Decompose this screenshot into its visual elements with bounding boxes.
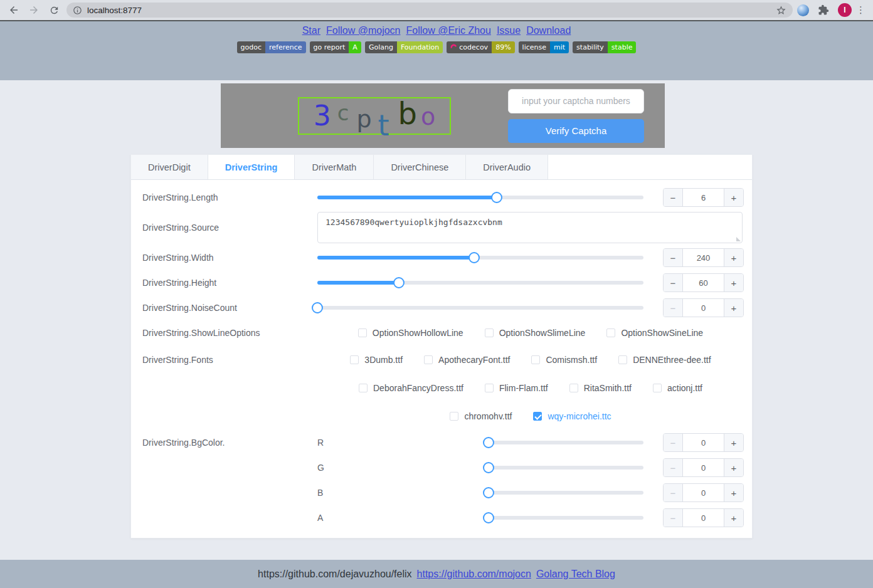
browser-menu-icon[interactable]: ⋮⋮ [856, 4, 862, 16]
captcha-answer-input[interactable]: input your captcha numbers [508, 89, 644, 113]
checkbox-box[interactable] [485, 328, 494, 337]
checkbox-box[interactable] [653, 384, 662, 392]
bgcolor-r-slider-thumb[interactable] [483, 437, 494, 448]
checkbox-option-show-slime-line[interactable]: OptionShowSlimeLine [485, 328, 586, 338]
length-increase-button[interactable]: + [724, 189, 743, 206]
checkbox-font-comismsh[interactable]: Comismsh.ttf [531, 355, 597, 365]
height-value[interactable]: 60 [683, 274, 724, 291]
bgcolor-b-slider[interactable] [489, 491, 643, 495]
extension-swirl-icon[interactable] [797, 4, 809, 16]
bookmark-star-icon[interactable] [776, 5, 786, 16]
footer-link-mojocn[interactable]: https://github.com/mojocn [417, 569, 531, 580]
site-info-icon[interactable] [73, 6, 82, 15]
checkbox-option-show-sine-line[interactable]: OptionShowSineLine [606, 328, 703, 338]
verify-captcha-button[interactable]: Verify Captcha [508, 119, 644, 143]
width-decrease-button[interactable]: − [664, 249, 683, 266]
checkbox-font-dennethree-dee[interactable]: DENNEthree-dee.ttf [618, 355, 711, 365]
bgcolor-r-decrease-button[interactable]: − [664, 434, 683, 451]
tab-driver-chinese[interactable]: DriverChinese [374, 155, 466, 179]
badge-golang-foundation[interactable]: Golang Foundation [365, 41, 443, 53]
checkbox-font-chromohv[interactable]: chromohv.ttf [450, 411, 512, 421]
badge-codecov[interactable]: codecov 89% [447, 41, 514, 53]
checkbox-box[interactable] [359, 384, 368, 392]
bgcolor-r-value[interactable]: 0 [683, 434, 724, 451]
checkbox-font-apothecary[interactable]: ApothecaryFont.ttf [424, 355, 510, 365]
tab-driver-string[interactable]: DriverString [208, 155, 295, 179]
width-slider-thumb[interactable] [468, 252, 480, 263]
noise-count-decrease-button[interactable]: − [664, 299, 683, 317]
bgcolor-g-value[interactable]: 0 [683, 459, 724, 476]
tab-driver-math[interactable]: DriverMath [295, 155, 374, 179]
length-value[interactable]: 6 [683, 189, 724, 206]
height-slider[interactable] [317, 281, 643, 285]
footer-link-golang-tech-blog[interactable]: Golang Tech Blog [536, 569, 615, 580]
checkbox-font-ritasmith[interactable]: RitaSmith.ttf [569, 383, 632, 393]
source-textarea[interactable]: 1234567890qwertyuioplkjhgfdsazxcvbnm [317, 212, 743, 243]
tab-driver-digit[interactable]: DriverDigit [131, 155, 208, 179]
checkbox-box[interactable] [569, 384, 578, 392]
link-follow-mojocn[interactable]: Follow @mojocn [326, 25, 401, 36]
checkbox-box[interactable] [358, 328, 367, 337]
badge-stability[interactable]: stability stable [573, 41, 636, 53]
height-increase-button[interactable]: + [724, 274, 743, 291]
length-slider[interactable] [317, 196, 643, 199]
badge-godoc[interactable]: godoc reference [237, 41, 306, 53]
bgcolor-g-decrease-button[interactable]: − [664, 459, 683, 476]
width-slider[interactable] [317, 256, 643, 260]
badge-license[interactable]: license mit [519, 41, 569, 53]
checkbox-font-wqy-microhei[interactable]: wqy-microhei.ttc [533, 411, 611, 421]
checkbox-font-actionj[interactable]: actionj.ttf [653, 383, 702, 393]
bgcolor-b-decrease-button[interactable]: − [664, 484, 683, 501]
width-value[interactable]: 240 [683, 249, 724, 266]
checkbox-box[interactable] [618, 355, 627, 364]
checkbox-font-deborahfancydress[interactable]: DeborahFancyDress.ttf [359, 383, 463, 393]
captcha-char: b [398, 98, 417, 129]
checkbox-box[interactable] [450, 412, 458, 421]
bgcolor-a-increase-button[interactable]: + [724, 509, 743, 527]
bgcolor-a-decrease-button[interactable]: − [664, 509, 683, 527]
url-text[interactable]: localhost:8777 [87, 6, 142, 15]
noise-count-slider-thumb[interactable] [312, 302, 323, 313]
checkbox-box[interactable] [531, 355, 540, 364]
checkbox-box-checked[interactable] [533, 412, 542, 421]
bgcolor-r-increase-button[interactable]: + [724, 434, 743, 451]
bgcolor-b-value[interactable]: 0 [683, 484, 724, 501]
link-star[interactable]: Star [302, 25, 320, 36]
checkbox-box[interactable] [424, 355, 433, 364]
checkbox-font-3dumb[interactable]: 3Dumb.ttf [350, 355, 403, 365]
link-issue[interactable]: Issue [497, 25, 521, 36]
checkbox-box[interactable] [350, 355, 359, 364]
row-width: DriverString.Width − 240 + [142, 245, 752, 270]
forward-icon[interactable] [26, 3, 41, 18]
bgcolor-b-increase-button[interactable]: + [724, 484, 743, 501]
checkbox-option-show-hollow-line[interactable]: OptionShowHollowLine [358, 328, 463, 338]
profile-avatar[interactable]: I [838, 3, 852, 17]
bgcolor-r-slider[interactable] [489, 441, 643, 444]
back-icon[interactable] [6, 3, 21, 18]
bgcolor-g-slider-thumb[interactable] [483, 462, 494, 473]
badge-go-report[interactable]: go report A [310, 41, 361, 53]
bgcolor-a-slider[interactable] [489, 516, 643, 520]
extensions-puzzle-icon[interactable] [816, 3, 831, 18]
checkbox-box[interactable] [606, 328, 615, 337]
noise-count-increase-button[interactable]: + [724, 299, 743, 317]
reload-icon[interactable] [46, 3, 61, 18]
link-download[interactable]: Download [526, 25, 571, 36]
bgcolor-g-increase-button[interactable]: + [724, 459, 743, 476]
address-bar[interactable]: localhost:8777 [66, 3, 793, 18]
bgcolor-b-slider-thumb[interactable] [483, 487, 494, 498]
link-follow-eric-zhou[interactable]: Follow @Eric Zhou [406, 25, 491, 36]
tab-driver-audio[interactable]: DriverAudio [466, 155, 548, 179]
bgcolor-a-slider-thumb[interactable] [483, 512, 494, 523]
checkbox-box[interactable] [485, 384, 494, 392]
bgcolor-g-slider[interactable] [489, 466, 643, 470]
height-decrease-button[interactable]: − [664, 274, 683, 291]
length-slider-thumb[interactable] [491, 192, 502, 203]
length-decrease-button[interactable]: − [664, 189, 683, 206]
height-slider-thumb[interactable] [393, 277, 405, 288]
width-increase-button[interactable]: + [724, 249, 743, 266]
noise-count-value[interactable]: 0 [683, 299, 724, 317]
noise-count-slider[interactable] [317, 306, 643, 310]
checkbox-font-flim-flam[interactable]: Flim-Flam.ttf [485, 383, 548, 393]
bgcolor-a-value[interactable]: 0 [683, 509, 724, 527]
